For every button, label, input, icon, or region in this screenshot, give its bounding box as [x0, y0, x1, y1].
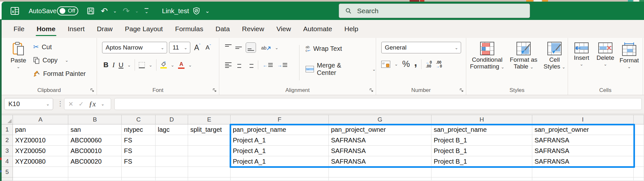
search-bar[interactable]: [339, 4, 530, 18]
merge-center-button[interactable]: ↔ Merge & Center ⌄: [306, 62, 376, 77]
cell[interactable]: [188, 177, 231, 181]
wrap-text-button[interactable]: ab c↩ Wrap Text: [306, 45, 342, 52]
search-input[interactable]: [356, 7, 512, 15]
underline-button[interactable]: U: [118, 61, 123, 69]
cell[interactable]: [68, 177, 122, 181]
format-cells-button[interactable]: Format ⌄: [619, 42, 639, 69]
cell[interactable]: ABC00010: [68, 146, 122, 156]
cell[interactable]: [431, 167, 532, 177]
cell[interactable]: [634, 146, 644, 156]
tab-review[interactable]: Review: [236, 20, 270, 38]
tab-insert[interactable]: Insert: [62, 20, 91, 38]
tab-formulas[interactable]: Formulas: [169, 20, 210, 38]
format-painter-button[interactable]: Format Painter: [33, 70, 86, 77]
cell[interactable]: SAFRANSA: [329, 146, 431, 156]
delete-cells-button[interactable]: ✕ Delete ⌄: [595, 42, 616, 69]
italic-button[interactable]: I: [112, 61, 115, 69]
tab-draw[interactable]: Draw: [91, 20, 119, 38]
percent-style-button[interactable]: %: [402, 59, 410, 69]
column-header-partial[interactable]: [634, 115, 644, 124]
cell[interactable]: [68, 167, 122, 177]
cell[interactable]: [532, 167, 634, 177]
decrease-decimal-icon[interactable]: .00→0: [436, 60, 442, 68]
tab-help[interactable]: Help: [338, 20, 364, 38]
quick-access-customize-icon[interactable]: ⌄: [145, 8, 148, 14]
column-header-B[interactable]: B: [68, 115, 122, 124]
title-chevron-icon[interactable]: ⌄: [205, 8, 210, 14]
document-title[interactable]: Link_test: [162, 7, 189, 15]
clipboard-dialog-launcher-icon[interactable]: [90, 88, 94, 92]
cell[interactable]: [532, 177, 634, 181]
align-middle-icon[interactable]: [235, 44, 242, 51]
cell[interactable]: [13, 167, 68, 177]
cell[interactable]: [329, 177, 431, 181]
row-header[interactable]: 5: [2, 167, 13, 177]
tab-data[interactable]: Data: [209, 20, 236, 38]
fill-color-icon[interactable]: [160, 61, 167, 68]
increase-font-size-button[interactable]: Aˆ: [194, 43, 200, 52]
autosave-toggle[interactable]: Off: [57, 6, 78, 15]
column-header-C[interactable]: C: [122, 115, 156, 124]
cell[interactable]: pan_project_owner: [329, 124, 431, 135]
underline-chevron-icon[interactable]: ⌄: [127, 63, 131, 67]
select-all-button[interactable]: [2, 115, 13, 124]
cell[interactable]: [156, 167, 188, 177]
cell[interactable]: ABC00060: [68, 135, 122, 146]
row-header[interactable]: [2, 177, 13, 181]
tab-file[interactable]: File: [7, 20, 31, 38]
cell[interactable]: [634, 177, 644, 181]
align-left-icon[interactable]: [225, 62, 232, 68]
formula-bar-drag-handle[interactable]: ⋮: [57, 100, 63, 107]
borders-chevron-icon[interactable]: ⌄: [149, 63, 152, 67]
undo-chevron-icon[interactable]: ⌄: [113, 9, 117, 13]
cell[interactable]: SAFRANSA: [532, 156, 634, 167]
cell[interactable]: [122, 167, 156, 177]
excel-app-icon[interactable]: x: [10, 6, 20, 16]
cell[interactable]: [156, 156, 188, 167]
cell[interactable]: [13, 177, 68, 181]
borders-icon[interactable]: [139, 62, 145, 68]
cell[interactable]: san_project_name: [431, 124, 532, 135]
cell[interactable]: [231, 177, 329, 181]
orientation-chevron-icon[interactable]: ⌄: [275, 46, 279, 50]
cell[interactable]: lagc: [156, 124, 188, 135]
cell[interactable]: Project B_1: [431, 135, 532, 146]
format-as-table-button[interactable]: Format as Table ⌄: [507, 42, 540, 70]
cell-styles-button[interactable]: Cell Styles ⌄: [541, 42, 568, 70]
cell[interactable]: [634, 124, 644, 135]
cell[interactable]: FS: [122, 156, 156, 167]
cell[interactable]: SAFRANSA: [329, 156, 431, 167]
cell[interactable]: Project B_1: [431, 156, 532, 167]
cell[interactable]: split_target: [188, 124, 231, 135]
font-color-icon[interactable]: A: [178, 61, 185, 69]
insert-cells-button[interactable]: Insert ⌄: [571, 42, 592, 69]
tab-view[interactable]: View: [270, 20, 297, 38]
copy-button[interactable]: Copy ⌄: [33, 57, 69, 64]
cell[interactable]: pan_project_name: [231, 124, 329, 135]
insert-function-icon[interactable]: ƒx: [89, 100, 96, 108]
cell[interactable]: XYZ00080: [13, 156, 68, 167]
cell[interactable]: [188, 135, 231, 146]
cell[interactable]: XYZ00050: [13, 146, 68, 156]
accounting-chevron-icon[interactable]: ⌄: [394, 62, 398, 66]
cell[interactable]: [329, 167, 431, 177]
cell[interactable]: [231, 167, 329, 177]
row-header[interactable]: 1: [2, 124, 13, 135]
sensitivity-shield-icon[interactable]: [192, 7, 201, 15]
name-box[interactable]: ⌄: [4, 98, 53, 110]
increase-indent-icon[interactable]: →: [277, 62, 287, 68]
row-header[interactable]: 4: [2, 156, 13, 167]
cell[interactable]: FS: [122, 135, 156, 146]
enter-icon[interactable]: ✓: [79, 100, 84, 108]
column-header-D[interactable]: D: [156, 115, 188, 124]
cell[interactable]: san_project_owner: [532, 124, 634, 135]
cell[interactable]: SAFRANSA: [532, 146, 634, 156]
cell[interactable]: ntypec: [122, 124, 156, 135]
name-box-chevron-icon[interactable]: ⌄: [46, 102, 50, 106]
formula-input[interactable]: [115, 98, 641, 110]
column-header-E[interactable]: E: [188, 115, 231, 124]
align-right-icon[interactable]: [247, 62, 253, 68]
font-color-chevron-icon[interactable]: ⌄: [188, 63, 192, 67]
comma-style-button[interactable]: ,: [414, 59, 417, 65]
align-center-icon[interactable]: [236, 62, 242, 68]
